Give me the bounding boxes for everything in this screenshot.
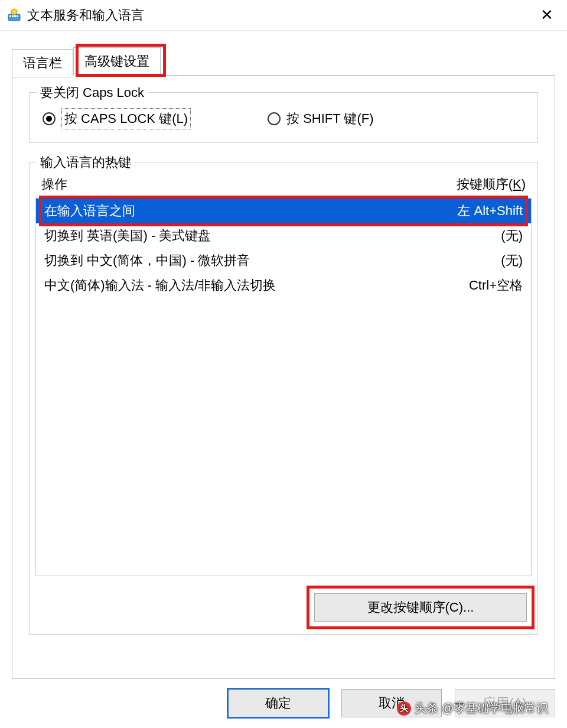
cancel-button[interactable]: 取消 xyxy=(341,689,442,717)
svg-rect-4 xyxy=(17,15,18,17)
col-action: 操作 xyxy=(41,176,67,193)
list-item[interactable]: 中文(简体)输入法 - 输入法/非输入法切换 Ctrl+空格 xyxy=(36,273,531,298)
radio-capslock-key[interactable]: 按 CAPS LOCK 键(L) xyxy=(43,108,191,129)
dialog-button-row: 确定 取消 应用(A) xyxy=(228,689,555,717)
col-seq-key: K xyxy=(513,177,522,191)
row-action: 切换到 英语(美国) - 美式键盘 xyxy=(44,227,211,245)
group-capslock-legend: 要关闭 Caps Lock xyxy=(37,84,148,102)
window-title: 文本服务和输入语言 xyxy=(27,6,532,24)
ok-button[interactable]: 确定 xyxy=(228,689,328,717)
group-hotkeys-legend: 输入语言的热键 xyxy=(37,154,135,171)
row-seq: Ctrl+空格 xyxy=(469,277,523,294)
title-bar: 文本服务和输入语言 ✕ xyxy=(0,0,567,31)
svg-rect-3 xyxy=(14,15,16,17)
tab-advanced-keys[interactable]: 高级键设置 xyxy=(73,47,161,76)
group-hotkeys: 输入语言的热键 操作 按键顺序(K) 在输入语言之间 左 Alt+Shift 切… xyxy=(29,162,538,635)
col-seq-prefix: 按键顺序( xyxy=(457,177,513,191)
list-header: 操作 按键顺序(K) xyxy=(30,171,537,198)
row-seq: (无) xyxy=(501,227,523,245)
annotation-box-change-btn: 更改按键顺序(C)... xyxy=(307,586,535,629)
tab-strip: 语言栏高级键设置 xyxy=(12,47,555,76)
radio-capslock-label: 按 CAPS LOCK 键(L) xyxy=(61,108,191,129)
apply-button: 应用(A) xyxy=(455,689,555,717)
col-sequence: 按键顺序(K) xyxy=(457,176,526,193)
svg-point-5 xyxy=(11,9,17,15)
radio-indicator-icon xyxy=(43,112,56,125)
list-item[interactable]: 切换到 英语(美国) - 美式键盘 (无) xyxy=(36,223,531,248)
col-seq-suffix: ) xyxy=(522,177,526,191)
list-item[interactable]: 切换到 中文(简体，中国) - 微软拼音 (无) xyxy=(36,248,531,273)
row-seq: (无) xyxy=(501,252,523,269)
row-seq: 左 Alt+Shift xyxy=(457,202,523,220)
app-icon xyxy=(7,8,21,22)
radio-indicator-icon xyxy=(268,112,281,125)
row-action: 在输入语言之间 xyxy=(44,202,135,220)
group-capslock: 要关闭 Caps Lock 按 CAPS LOCK 键(L) 按 SHIFT 键… xyxy=(29,92,538,143)
radio-shift-label: 按 SHIFT 键(F) xyxy=(286,110,373,128)
tab-language-bar[interactable]: 语言栏 xyxy=(12,49,73,77)
row-action: 切换到 中文(简体，中国) - 微软拼音 xyxy=(44,252,250,269)
tab-panel-advanced: 要关闭 Caps Lock 按 CAPS LOCK 键(L) 按 SHIFT 键… xyxy=(12,75,555,679)
svg-rect-0 xyxy=(8,14,20,21)
radio-row: 按 CAPS LOCK 键(L) 按 SHIFT 键(F) xyxy=(43,106,524,129)
change-key-sequence-button[interactable]: 更改按键顺序(C)... xyxy=(314,593,527,622)
hotkey-list[interactable]: 在输入语言之间 左 Alt+Shift 切换到 英语(美国) - 美式键盘 (无… xyxy=(35,198,532,576)
svg-rect-1 xyxy=(9,15,11,17)
radio-shift-key[interactable]: 按 SHIFT 键(F) xyxy=(268,110,373,128)
close-button[interactable]: ✕ xyxy=(532,0,562,31)
list-item[interactable]: 在输入语言之间 左 Alt+Shift xyxy=(36,199,531,223)
row-action: 中文(简体)输入法 - 输入法/非输入法切换 xyxy=(44,277,276,294)
svg-rect-2 xyxy=(12,15,14,17)
